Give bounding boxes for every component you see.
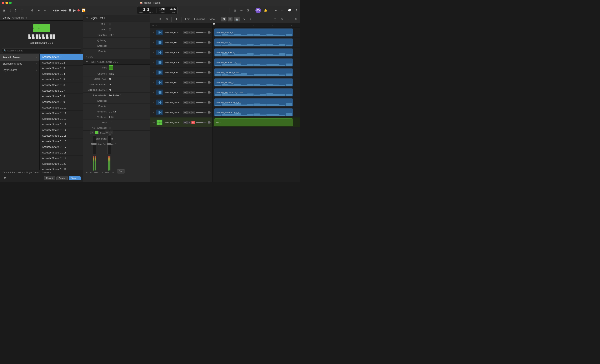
list-item[interactable]: Acoustic Snare D1 15: [40, 133, 83, 139]
view-btn[interactable]: View: [208, 17, 217, 21]
notify-button[interactable]: 🔔: [262, 8, 269, 13]
solo-btn[interactable]: S: [187, 91, 191, 94]
list-item[interactable]: Acoustic Snare D1 5: [40, 77, 83, 82]
solo-btn[interactable]: S: [187, 51, 191, 54]
volume-slider-4[interactable]: [196, 62, 206, 63]
record-btn[interactable]: R: [191, 31, 195, 34]
track-knob-6[interactable]: [208, 81, 211, 84]
list-item[interactable]: Acoustic Snare D1 12: [40, 116, 83, 122]
track-knob-4[interactable]: [208, 61, 211, 64]
scissors-button[interactable]: ✂: [43, 8, 47, 13]
fast-forward-button[interactable]: ⏭⏭: [61, 9, 67, 12]
user-avatar[interactable]: ♩234: [255, 8, 261, 13]
cycle-button[interactable]: 🔁: [82, 8, 86, 12]
track-knob-2[interactable]: [208, 41, 211, 44]
record-btn[interactable]: R: [191, 71, 195, 74]
volume-slider-1[interactable]: [196, 32, 206, 33]
record-btn[interactable]: R: [191, 41, 195, 44]
timeline-clip-4[interactable]: 162BPM_KICK OUT.5_1 ○: [214, 58, 293, 66]
loop-region-button[interactable]: ↔: [286, 17, 292, 21]
list-item[interactable]: Acoustic Snare D1 13: [40, 122, 83, 127]
list-item[interactable]: Acoustic Snare D1 17: [40, 144, 83, 150]
library-toggle-button[interactable]: ⊞: [2, 8, 7, 13]
functions-btn[interactable]: Functions: [193, 17, 207, 21]
add-track-button[interactable]: +: [152, 17, 157, 21]
piano-view-btn[interactable]: 🎹: [234, 17, 240, 21]
mute-checkbox[interactable]: [109, 23, 111, 25]
solo-btn-2[interactable]: S: [110, 131, 113, 134]
mute-btn[interactable]: M: [183, 101, 187, 104]
solo-btn-1[interactable]: S: [95, 131, 99, 134]
brush-button[interactable]: ✏: [239, 8, 244, 13]
solo-btn[interactable]: S: [187, 81, 191, 84]
delete-button[interactable]: Delete: [56, 176, 68, 180]
volume-slider-7[interactable]: [196, 92, 206, 93]
sort-icon[interactable]: ⇅: [25, 17, 27, 19]
track-knob-10[interactable]: [208, 121, 211, 124]
mute-btn[interactable]: M: [183, 31, 187, 34]
window-controls[interactable]: [2, 2, 12, 4]
list-view-button[interactable]: ≡: [274, 8, 278, 13]
rewind-button[interactable]: ⏮⏮: [53, 9, 59, 12]
list-item[interactable]: Acoustic Snare D1 10: [40, 105, 83, 110]
volume-slider-9[interactable]: [196, 112, 206, 113]
list-item[interactable]: Acoustic Snare D1 8: [40, 94, 83, 99]
track-knob-5[interactable]: [208, 71, 211, 74]
record-btn[interactable]: R: [191, 51, 195, 54]
timeline-clip-6[interactable]: 162BPM_RIDE.5_1 ○: [214, 79, 293, 86]
record-btn[interactable]: R: [191, 81, 195, 84]
solo-btn[interactable]: S: [187, 61, 191, 64]
volume-slider-6[interactable]: [196, 82, 206, 83]
waveform-view-button[interactable]: 〰: [280, 8, 285, 13]
track-knob-9[interactable]: [208, 111, 211, 114]
list-item[interactable]: Acoustic Snare D1 16: [40, 139, 83, 144]
grid-view-button[interactable]: ⊞: [221, 17, 226, 21]
volume-slider-2[interactable]: [196, 42, 206, 43]
fader-track-2[interactable]: [107, 136, 111, 154]
timeline-clip-5[interactable]: 162BPM_OH ST.5_1 ∞∞: [214, 69, 293, 76]
settings-button[interactable]: ⚙: [30, 8, 35, 13]
fader-track-1[interactable]: [93, 136, 96, 154]
mute-btn[interactable]: M: [183, 71, 187, 74]
solo-btn[interactable]: S: [187, 71, 191, 74]
category-item-acoustic-snares[interactable]: Acoustic Snares ›: [0, 54, 39, 61]
list-item[interactable]: Acoustic Snare D1 9: [40, 99, 83, 105]
timeline-clip-10[interactable]: Inst 1 • • • • • • • • • • • • • • • • •…: [214, 118, 293, 126]
record-btn[interactable]: R: [191, 91, 195, 94]
timeline-clip-3[interactable]: 162BPM_KICK IN.5_1 ○: [214, 48, 293, 56]
mute-btn[interactable]: M: [183, 91, 187, 94]
maximize-button[interactable]: [9, 2, 12, 4]
list-item[interactable]: Acoustic Snare D1 18: [40, 150, 83, 155]
track-knob-7[interactable]: [208, 91, 211, 94]
list-item[interactable]: Acoustic Snare D1 3: [40, 66, 83, 71]
list-item[interactable]: Acoustic Snare D1 11: [40, 110, 83, 116]
delete-button[interactable]: ⊠: [232, 8, 237, 13]
bounce-button[interactable]: Bnc: [117, 169, 125, 173]
chat-button[interactable]: 💬: [287, 8, 293, 13]
list-item[interactable]: Acoustic Snare D1 7: [40, 88, 83, 94]
settings-small-button[interactable]: ⚙: [2, 176, 8, 181]
list-view-btn[interactable]: ≡: [228, 17, 233, 21]
zoom-out-button[interactable]: ⬚: [272, 17, 278, 21]
plus-btn[interactable]: +: [248, 17, 253, 21]
timeline-clip-7[interactable]: 162BPM_ROOM ST.5_1 ∞∞: [214, 89, 293, 96]
solo-button[interactable]: S: [164, 17, 169, 21]
track-icon-preview[interactable]: [109, 65, 113, 70]
list-item[interactable]: Acoustic Snare D1 2: [40, 60, 83, 66]
mute-btn-2[interactable]: M: [105, 131, 109, 134]
snapshot-button[interactable]: S: [246, 8, 250, 13]
category-item-electronic-snares[interactable]: Electronic Snares ›: [0, 61, 39, 67]
mute-btn[interactable]: M: [183, 111, 187, 114]
more-row[interactable]: › More: [83, 54, 150, 59]
play-button[interactable]: ▶: [73, 8, 76, 12]
solo-btn[interactable]: S: [187, 101, 191, 104]
list-item[interactable]: Acoustic Snare D1 1: [40, 54, 83, 60]
volume-slider-10[interactable]: [196, 122, 206, 123]
list-item[interactable]: Acoustic Snare D1 21: [40, 167, 83, 170]
settings-btn[interactable]: ⊞: [293, 17, 298, 21]
timeline-clip-8[interactable]: 162BPM_SNARE BT.5_1 ○: [214, 99, 293, 106]
track-knob-3[interactable]: [208, 51, 211, 54]
record-btn[interactable]: R: [191, 61, 195, 64]
list-item[interactable]: Acoustic Snare D1 20: [40, 161, 83, 167]
track-knob-8[interactable]: [208, 101, 211, 104]
